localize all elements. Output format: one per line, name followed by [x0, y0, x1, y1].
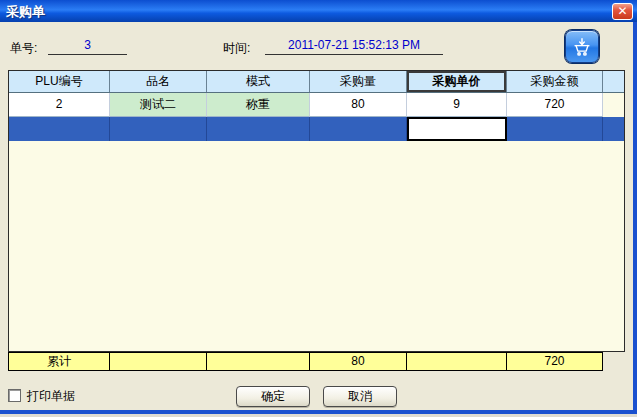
purchase-table: PLU编号 品名 模式 采购量 采购单价 采购金额 2 测试二 称重 80 9 … [8, 70, 625, 352]
totals-cell [206, 352, 310, 371]
purchase-order-dialog: 采购单 ✕ 单号: 3 时间: 2011-07-21 15:52:13 PM P… [0, 0, 637, 417]
col-header-amount[interactable]: 采购金额 [507, 71, 603, 92]
col-header-qty[interactable]: 采购量 [310, 71, 407, 92]
table-row-selected[interactable] [9, 117, 624, 141]
time-value[interactable]: 2011-07-21 15:52:13 PM [265, 38, 443, 55]
cell-empty[interactable] [9, 117, 110, 141]
window-border-right [630, 22, 637, 414]
table-row[interactable]: 2 测试二 称重 80 9 720 [9, 93, 624, 117]
col-header-unit-price[interactable]: 采购单价 [407, 71, 507, 92]
totals-cell [109, 352, 207, 371]
totals-label: 累计 [8, 352, 110, 371]
totals-amount: 720 [506, 352, 603, 371]
cell-empty[interactable] [110, 117, 207, 141]
cell-empty[interactable] [310, 117, 407, 141]
cell-unit-price[interactable]: 9 [407, 93, 507, 117]
cell-mode[interactable]: 称重 [207, 93, 310, 117]
cancel-button[interactable]: 取消 [323, 386, 397, 407]
order-number-label: 单号: [10, 40, 37, 57]
cell-name[interactable]: 测试二 [110, 93, 207, 117]
cart-button[interactable] [565, 30, 599, 63]
close-button[interactable]: ✕ [612, 3, 633, 20]
totals-qty: 80 [309, 352, 407, 371]
col-header-mode[interactable]: 模式 [207, 71, 310, 92]
order-number-value[interactable]: 3 [48, 38, 127, 55]
cell-empty[interactable] [507, 117, 603, 141]
print-receipt-checkbox[interactable] [8, 389, 21, 402]
title-bar: 采购单 ✕ [0, 0, 637, 22]
dialog-body: 单号: 3 时间: 2011-07-21 15:52:13 PM PLU编号 品… [0, 22, 630, 410]
cell-qty[interactable]: 80 [310, 93, 407, 117]
cell-empty[interactable] [207, 117, 310, 141]
close-icon: ✕ [617, 4, 627, 18]
window-title: 采购单 [6, 3, 45, 21]
table-header-row: PLU编号 品名 模式 采购量 采购单价 采购金额 [9, 71, 624, 93]
unit-price-edit-input[interactable] [407, 117, 507, 141]
totals-cell [406, 352, 507, 371]
cell-plu[interactable]: 2 [9, 93, 110, 117]
shopping-cart-icon [571, 36, 593, 58]
col-header-name[interactable]: 品名 [110, 71, 207, 92]
cell-amount[interactable]: 720 [507, 93, 603, 117]
totals-row: 累计 80 720 [8, 352, 603, 371]
print-receipt-label: 打印单据 [27, 388, 75, 405]
ok-button[interactable]: 确定 [236, 386, 310, 407]
col-header-plu[interactable]: PLU编号 [9, 71, 110, 92]
time-label: 时间: [223, 40, 250, 57]
